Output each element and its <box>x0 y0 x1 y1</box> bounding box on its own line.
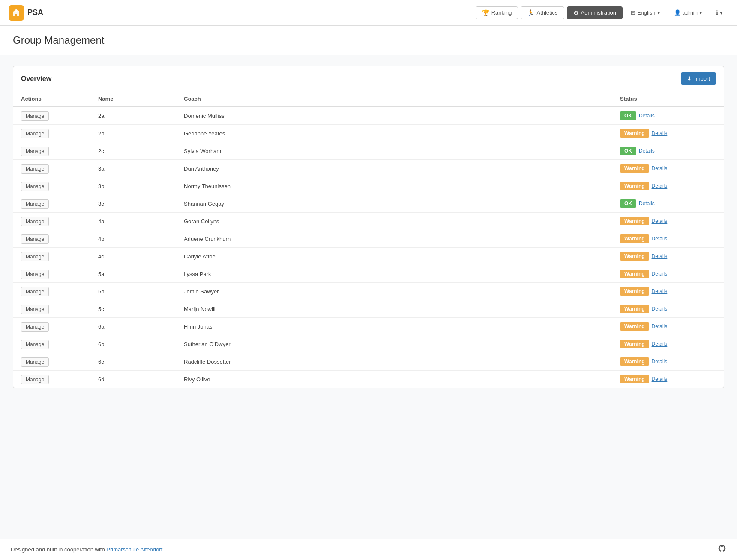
status-badge-warning: Warning <box>620 287 649 296</box>
manage-button[interactable]: Manage <box>21 375 49 384</box>
table-row: Manage2bGerianne YeatesWarningDetails <box>13 125 724 142</box>
status-badge-warning: Warning <box>620 234 649 243</box>
cell-status: WarningDetails <box>612 213 724 230</box>
ranking-label: Ranking <box>491 9 512 16</box>
card-header: Overview ⬇ Import <box>13 66 724 91</box>
manage-button[interactable]: Manage <box>21 357 49 367</box>
athletics-icon: 🏃 <box>527 9 534 16</box>
footer: Designed and built in cooperation with P… <box>0 539 737 560</box>
cell-status: OKDetails <box>612 107 724 125</box>
manage-button[interactable]: Manage <box>21 129 49 138</box>
cell-actions: Manage <box>13 353 90 371</box>
footer-text-before: Designed and built in cooperation with <box>11 546 105 553</box>
import-button[interactable]: ⬇ Import <box>681 72 716 85</box>
table-row: Manage6bSutherlan O'DwyerWarningDetails <box>13 335 724 353</box>
table-body: Manage2aDomenic MullissOKDetailsManage2b… <box>13 107 724 388</box>
manage-button[interactable]: Manage <box>21 340 49 349</box>
manage-button[interactable]: Manage <box>21 147 49 156</box>
manage-button[interactable]: Manage <box>21 217 49 226</box>
details-link[interactable]: Details <box>652 323 668 329</box>
cell-name: 3c <box>90 195 176 213</box>
cell-coach: Carlyle Attoe <box>176 248 612 265</box>
cell-name: 5b <box>90 283 176 300</box>
manage-button[interactable]: Manage <box>21 234 49 244</box>
manage-button[interactable]: Manage <box>21 287 49 296</box>
manage-button[interactable]: Manage <box>21 199 49 209</box>
details-link[interactable]: Details <box>639 148 655 154</box>
table-row: Manage5aIlyssa ParkWarningDetails <box>13 265 724 283</box>
import-icon: ⬇ <box>687 75 692 82</box>
cell-coach: Rivy Ollive <box>176 371 612 388</box>
details-link[interactable]: Details <box>652 183 668 189</box>
navbar-right: 🏆 Ranking 🏃 Athletics ⚙ Administration ⊞… <box>476 6 728 19</box>
cell-name: 4a <box>90 213 176 230</box>
details-link[interactable]: Details <box>652 218 668 224</box>
table-row: Manage6aFlinn JonasWarningDetails <box>13 318 724 335</box>
brand-link[interactable]: PSA <box>9 5 43 21</box>
manage-button[interactable]: Manage <box>21 164 49 174</box>
user-dropdown[interactable]: 👤 admin ▾ <box>668 6 708 19</box>
cell-coach: Ilyssa Park <box>176 265 612 283</box>
table-head: Actions Name Coach Status <box>13 91 724 107</box>
user-chevron-icon: ▾ <box>699 9 702 16</box>
page-header: Group Management <box>0 26 737 55</box>
athletics-button[interactable]: 🏃 Athletics <box>521 6 564 19</box>
github-icon[interactable] <box>718 544 726 555</box>
info-icon: ℹ <box>716 9 718 16</box>
footer-link[interactable]: Primarschule Altendorf <box>106 546 162 553</box>
cell-status: OKDetails <box>612 195 724 213</box>
details-link[interactable]: Details <box>652 306 668 312</box>
cell-coach: Marijn Nowill <box>176 300 612 318</box>
cell-coach: Sutherlan O'Dwyer <box>176 335 612 353</box>
navbar: PSA 🏆 Ranking 🏃 Athletics ⚙ Administrati… <box>0 0 737 26</box>
table-row: Manage6dRivy OlliveWarningDetails <box>13 371 724 388</box>
administration-button[interactable]: ⚙ Administration <box>567 6 623 19</box>
details-link[interactable]: Details <box>652 271 668 277</box>
cell-status: WarningDetails <box>612 371 724 388</box>
cell-status: OKDetails <box>612 142 724 160</box>
status-badge-ok: OK <box>620 111 636 120</box>
details-link[interactable]: Details <box>652 359 668 365</box>
cell-name: 3a <box>90 160 176 177</box>
manage-button[interactable]: Manage <box>21 305 49 314</box>
details-link[interactable]: Details <box>652 341 668 347</box>
table-row: Manage4aGoran CollynsWarningDetails <box>13 213 724 230</box>
cell-actions: Manage <box>13 107 90 125</box>
table-row: Manage5cMarijn NowillWarningDetails <box>13 300 724 318</box>
details-link[interactable]: Details <box>652 236 668 242</box>
manage-button[interactable]: Manage <box>21 322 49 332</box>
language-dropdown[interactable]: ⊞ English ▾ <box>625 6 666 19</box>
col-header-status: Status <box>612 91 724 107</box>
groups-table: Actions Name Coach Status Manage2aDomeni… <box>13 91 724 388</box>
manage-button[interactable]: Manage <box>21 270 49 279</box>
status-badge-warning: Warning <box>620 375 649 383</box>
details-link[interactable]: Details <box>652 165 668 171</box>
manage-button[interactable]: Manage <box>21 182 49 191</box>
cell-actions: Manage <box>13 335 90 353</box>
brand-name: PSA <box>27 8 43 17</box>
table-row: Manage6cRadcliffe DossetterWarningDetail… <box>13 353 724 371</box>
cell-coach: Flinn Jonas <box>176 318 612 335</box>
ranking-button[interactable]: 🏆 Ranking <box>476 6 518 19</box>
details-link[interactable]: Details <box>652 130 668 136</box>
cell-actions: Manage <box>13 230 90 248</box>
cell-coach: Dun Anthoney <box>176 160 612 177</box>
table-row: Manage3aDun AnthoneyWarningDetails <box>13 160 724 177</box>
manage-button[interactable]: Manage <box>21 111 49 121</box>
details-link[interactable]: Details <box>652 253 668 259</box>
cell-name: 6a <box>90 318 176 335</box>
cell-status: WarningDetails <box>612 353 724 371</box>
details-link[interactable]: Details <box>652 288 668 294</box>
cell-actions: Manage <box>13 318 90 335</box>
user-icon: 👤 <box>674 9 681 16</box>
details-link[interactable]: Details <box>639 113 655 119</box>
info-button[interactable]: ℹ ▾ <box>710 6 728 19</box>
cell-status: WarningDetails <box>612 125 724 142</box>
details-link[interactable]: Details <box>652 376 668 382</box>
manage-button[interactable]: Manage <box>21 252 49 261</box>
cell-actions: Manage <box>13 195 90 213</box>
status-badge-warning: Warning <box>620 164 649 173</box>
cell-name: 4c <box>90 248 176 265</box>
details-link[interactable]: Details <box>639 201 655 207</box>
cell-name: 2c <box>90 142 176 160</box>
